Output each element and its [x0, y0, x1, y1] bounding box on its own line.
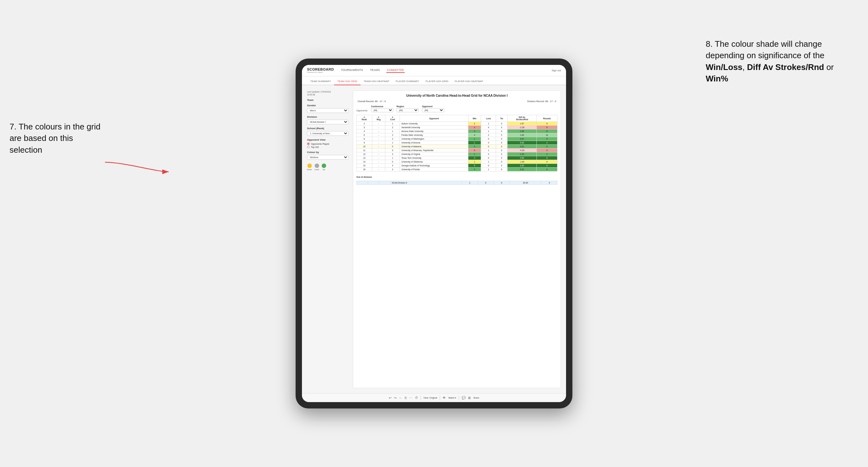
conference-filter-select[interactable]: (All) — [371, 108, 393, 112]
cell-reg: - — [372, 122, 385, 126]
redo-icon[interactable]: ↪ — [394, 396, 397, 400]
cell-opponent: Florida State University — [400, 133, 468, 137]
cell-win: 3 — [468, 168, 481, 172]
tab-player-summary[interactable]: PLAYER SUMMARY — [393, 78, 423, 85]
cell-reg: - — [372, 164, 385, 168]
colour-by-select[interactable]: Win/loss — [307, 155, 348, 160]
out-of-division-label: Out of division — [356, 176, 557, 178]
top-100-radio[interactable]: Top 100 — [307, 146, 348, 148]
cell-opponent: University of Florida — [400, 168, 468, 172]
undo-icon[interactable]: ↩ — [389, 396, 391, 400]
gender-section: Gender Men's — [307, 104, 348, 113]
nav-tournaments[interactable]: TOURNAMENTS — [340, 68, 363, 73]
out-div-win: 1 — [462, 181, 478, 185]
division-section: Division NCAA Division I — [307, 116, 348, 124]
table-row: 14 - 0 University of Oklahoma 1 1 0 -1.0… — [357, 160, 557, 164]
opponent-view-radios: Opponents Played Top 100 — [307, 143, 348, 148]
cell-opponent: Texas Tech University — [400, 156, 468, 160]
cell-reg: - — [372, 145, 385, 149]
cell-win: 2 — [468, 122, 481, 126]
legend-down-label: Down — [307, 168, 312, 170]
cell-diff: 1.67 — [507, 122, 536, 126]
cell-opponent: University of Arizona — [400, 141, 468, 145]
logo-sub: Powered by clippd — [307, 71, 334, 73]
cell-diff: 1.83 — [507, 133, 536, 137]
tablet-frame: SCOREBOARD Powered by clippd TOURNAMENTS… — [296, 59, 572, 408]
col-tie: Tie — [496, 115, 507, 122]
gender-label: Gender — [307, 104, 348, 107]
toolbar: ↩ ↪ ← ⎘ ⋯ ⏱ View: Original 👁 Watch ▾ 💬 ⊞… — [302, 393, 566, 402]
cell-conf: 3 — [385, 152, 400, 156]
cell-diff: -4.33 — [507, 149, 536, 152]
cell-win: 1 — [468, 137, 481, 141]
clock-icon[interactable]: ⏱ — [415, 396, 418, 400]
copy-icon[interactable]: ⎘ — [405, 396, 407, 400]
annotation-right: 8. The colour shade will change dependin… — [706, 38, 859, 85]
cell-rounds: 3 — [537, 137, 557, 141]
region-filter-label: Region — [397, 105, 419, 107]
out-div-diff: 26.00 — [509, 181, 541, 185]
cell-tie: 0 — [496, 141, 507, 145]
out-div-reg — [368, 181, 379, 185]
cell-tie: 0 — [496, 129, 507, 133]
toolbar-divider-2 — [440, 396, 440, 400]
tab-team-h2h-grid[interactable]: TEAM H2H GRID — [334, 78, 361, 85]
out-div-conf — [379, 181, 391, 185]
gender-select[interactable]: Men's — [307, 108, 348, 113]
table-row: 2 - 1 Auburn University 2 1 0 1.67 9 — [357, 122, 557, 126]
colour-by-label: Colour by — [307, 151, 348, 154]
tab-team-h2h-heatmap[interactable]: TEAM H2H HEATMAP — [361, 78, 393, 85]
cell-rounds: 3 — [537, 149, 557, 152]
cell-conf: 5 — [385, 145, 400, 149]
annotation-left: 7. The colours in the grid are based on … — [9, 121, 105, 156]
opponent-filter-select[interactable]: (All) — [422, 108, 444, 112]
cell-win: 0 — [468, 149, 481, 152]
table-row: 11 - 6 University of Arkansas, Fayettevi… — [357, 149, 557, 152]
cell-diff: 2.61 — [507, 145, 536, 149]
tab-player-h2h-grid[interactable]: PLAYER H2H GRID — [423, 78, 452, 85]
table-row: 13 - 1 Texas Tech University 3 0 0 5.56 … — [357, 156, 557, 160]
cell-win: 4 — [468, 133, 481, 137]
view-original[interactable]: View: Original — [424, 397, 437, 399]
comment-icon[interactable]: 💬 — [462, 396, 465, 400]
table-row: 6 - 2 Florida State University 4 2 0 1.8… — [357, 133, 557, 137]
share-button[interactable]: Share — [473, 397, 479, 399]
eye-icon: 👁 — [442, 396, 446, 400]
cell-win: 3 — [468, 156, 481, 160]
watch-button[interactable]: Watch ▾ — [448, 397, 457, 399]
tab-team-summary[interactable]: TEAM SUMMARY — [307, 78, 334, 85]
table-row: 15 - 4 Georgia Institute of Technology 5… — [357, 164, 557, 168]
cell-rank: 15 — [357, 164, 372, 168]
school-select[interactable]: 1. University of Nort... — [307, 131, 348, 136]
cell-reg: - — [372, 141, 385, 145]
division-label: Division — [307, 116, 348, 118]
region-filter-select[interactable]: (All) — [397, 108, 419, 112]
radio-circle-top100 — [307, 146, 310, 148]
cell-rounds: 3 — [537, 152, 557, 156]
more-icon[interactable]: ⋯ — [409, 396, 412, 400]
cell-rank: 2 — [357, 122, 372, 126]
cell-diff: -2.29 — [507, 126, 536, 129]
back-icon[interactable]: ← — [399, 396, 402, 400]
tab-player-h2h-heatmap[interactable]: PLAYER H2H HEATMAP — [452, 78, 487, 85]
table-row: 3 - 2 Vanderbilt University 0 4 0 -2.29 … — [357, 126, 557, 129]
team-section: Team — [307, 99, 348, 101]
cell-tie: 0 — [496, 149, 507, 152]
cell-win: 5 — [468, 129, 481, 133]
cell-loss: 0 — [481, 152, 496, 156]
cell-diff: 2.33 — [507, 152, 536, 156]
cell-win: 3 — [468, 145, 481, 149]
cell-rank: 10 — [357, 145, 372, 149]
grid-icon[interactable]: ⊞ — [468, 396, 471, 400]
nav-committee[interactable]: COMMITTEE — [386, 68, 405, 73]
cell-tie: 0 — [496, 164, 507, 168]
division-record: Division Record: 88 - 17 - 0 — [527, 100, 556, 103]
division-select[interactable]: NCAA Division I — [307, 120, 348, 124]
nav-teams[interactable]: TEAMS — [369, 68, 380, 73]
opponents-played-radio[interactable]: Opponents Played — [307, 143, 348, 145]
overall-record: Overall Record: 89 - 17 - 0 — [358, 100, 385, 103]
left-panel: Last Updated: 27/03/2024 16:55:38 Team G… — [307, 90, 348, 388]
cell-rank: 4 — [357, 129, 372, 133]
sign-out-button[interactable]: Sign out — [552, 69, 561, 72]
cell-win: 1 — [468, 141, 481, 145]
